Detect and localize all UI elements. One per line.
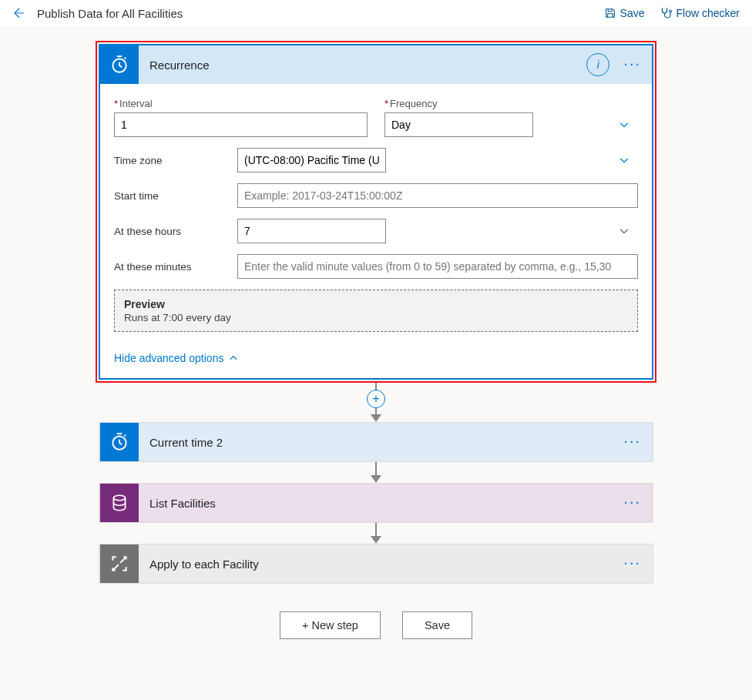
- highlighted-region: Recurrence i ··· Interval Frequency: [96, 41, 656, 383]
- hours-label: At these hours: [114, 226, 237, 237]
- list-facilities-title: List Facilities: [149, 497, 216, 510]
- list-facilities-card[interactable]: List Facilities ···: [99, 483, 653, 523]
- preview-box: Preview Runs at 7:00 every day: [114, 290, 638, 332]
- timezone-select[interactable]: [237, 148, 386, 172]
- arrow-left-icon: [12, 6, 26, 20]
- current-time-card[interactable]: Current time 2 ···: [99, 422, 653, 462]
- hours-select[interactable]: [237, 219, 386, 243]
- apply-each-title: Apply to each Facility: [149, 558, 259, 571]
- arrow-down-icon: [371, 536, 381, 544]
- recurrence-header[interactable]: Recurrence i ···: [100, 45, 652, 84]
- minutes-label: At these minutes: [114, 261, 237, 273]
- interval-input[interactable]: [114, 112, 368, 137]
- flow-title: Publish Data for All Facilities: [37, 7, 183, 20]
- frequency-label: Frequency: [384, 98, 638, 109]
- starttime-input[interactable]: [237, 183, 638, 208]
- svg-point-0: [669, 10, 671, 12]
- bottom-actions: + New step Save: [280, 611, 472, 639]
- database-tile: [100, 484, 139, 522]
- save-icon: [604, 7, 616, 19]
- connector: [371, 462, 381, 483]
- clock-icon: [109, 55, 129, 75]
- loop-tile: [100, 544, 139, 583]
- preview-title: Preview: [124, 298, 628, 310]
- preview-text: Runs at 7:00 every day: [124, 312, 628, 323]
- save-button[interactable]: Save: [402, 611, 472, 639]
- starttime-label: Start time: [114, 190, 237, 202]
- save-action[interactable]: Save: [604, 7, 645, 19]
- stethoscope-icon: [659, 6, 673, 20]
- database-icon: [109, 493, 129, 513]
- chevron-down-icon: [618, 154, 630, 166]
- chevron-down-icon: [618, 225, 630, 237]
- current-time-title: Current time 2: [149, 436, 223, 449]
- clock-tile: [100, 423, 139, 461]
- recurrence-body: Interval Frequency Time zone: [100, 84, 652, 346]
- add-step-button[interactable]: +: [367, 390, 385, 408]
- flow-canvas: Recurrence i ··· Interval Frequency: [0, 27, 752, 662]
- apply-each-card[interactable]: Apply to each Facility ···: [99, 544, 653, 584]
- frequency-select[interactable]: [384, 112, 533, 137]
- chevron-up-icon: [228, 353, 239, 363]
- clock-tile: [100, 45, 139, 84]
- flow-checker-action[interactable]: Flow checker: [659, 6, 740, 20]
- flow-checker-label: Flow checker: [676, 7, 740, 19]
- timezone-label: Time zone: [114, 155, 237, 166]
- chevron-down-icon: [618, 119, 630, 131]
- minutes-input[interactable]: [237, 254, 638, 279]
- advanced-options-label: Hide advanced options: [114, 352, 223, 364]
- connector: [371, 523, 381, 544]
- svg-point-3: [113, 495, 125, 501]
- save-label: Save: [620, 7, 645, 19]
- info-icon: i: [597, 59, 599, 71]
- interval-label: Interval: [114, 98, 368, 109]
- recurrence-title: Recurrence: [149, 59, 210, 72]
- arrow-down-icon: [371, 414, 381, 422]
- clock-icon: [109, 432, 129, 452]
- loop-icon: [109, 554, 129, 574]
- info-button[interactable]: i: [586, 53, 609, 76]
- new-step-button[interactable]: + New step: [280, 611, 381, 639]
- advanced-options-toggle[interactable]: Hide advanced options: [100, 346, 652, 378]
- connector: +: [367, 383, 385, 422]
- arrow-down-icon: [371, 475, 381, 483]
- top-bar: Publish Data for All Facilities Save Flo…: [0, 0, 752, 27]
- recurrence-card: Recurrence i ··· Interval Frequency: [99, 44, 653, 380]
- back-button[interactable]: [12, 6, 26, 20]
